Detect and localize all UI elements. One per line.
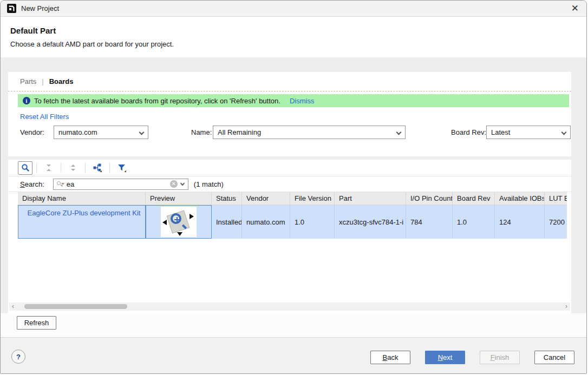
chevron-down-icon[interactable]	[180, 181, 185, 185]
name-select[interactable]: All Remaining	[213, 126, 406, 139]
search-icon	[21, 163, 30, 172]
finish-button: Finish	[480, 351, 520, 364]
name-value: All Remaining	[218, 128, 261, 136]
column-header-display-name[interactable]: Display Name	[18, 192, 146, 205]
column-header-board-rev[interactable]: Board Rev	[453, 192, 495, 205]
search-toggle-button[interactable]	[18, 161, 32, 175]
title-bar: New Project ✕	[1, 1, 586, 17]
search-icon	[57, 181, 64, 188]
dismiss-link[interactable]: Dismiss	[290, 97, 315, 105]
search-field[interactable]: ✕	[53, 179, 188, 190]
search-input[interactable]	[67, 180, 168, 188]
tab-separator: |	[42, 77, 43, 85]
content-area: Parts | Boards i To fetch the latest ava…	[1, 57, 586, 313]
chevron-down-icon	[396, 130, 402, 135]
table-empty-area	[18, 239, 567, 301]
tab-boards[interactable]: Boards	[49, 77, 74, 85]
column-header-available-iobs[interactable]: Available IOBs	[495, 192, 545, 205]
board-corner	[177, 232, 182, 236]
page-subtitle: Choose a default AMD part or board for y…	[10, 40, 577, 48]
filter-button[interactable]	[115, 162, 128, 174]
table-header-row: Display Name Preview Status Vendor File …	[18, 192, 567, 205]
filter-icon	[117, 163, 127, 173]
tab-parts[interactable]: Parts	[20, 77, 36, 85]
refresh-strip: Refresh	[1, 313, 586, 337]
toolbar-divider	[61, 163, 61, 173]
filter-row: Vendor: numato.com Name: All Remaining B…	[8, 126, 571, 139]
expand-all-icon	[69, 163, 77, 172]
name-label: Name:	[191, 126, 212, 139]
wizard-header: Default Part Choose a default AMD part o…	[1, 17, 586, 57]
footer-bar: ? Back Next Finish Cancel	[1, 337, 586, 373]
table-panel: Search: ✕ (1 match) Display Name Preview…	[8, 160, 571, 313]
scroll-right-icon[interactable]: ›	[563, 302, 570, 311]
chevron-down-icon	[561, 130, 567, 135]
filter-panel: Parts | Boards i To fetch the latest ava…	[8, 72, 571, 156]
board-preview-cell[interactable]	[146, 205, 212, 239]
board-rev: 1.0	[453, 205, 495, 239]
board-display-name[interactable]: EagleCore ZU-Plus development Kit	[18, 205, 146, 239]
horizontal-scrollbar[interactable]: ‹ ›	[9, 302, 570, 311]
expand-all-button[interactable]	[67, 162, 80, 174]
group-by-button[interactable]	[91, 162, 104, 174]
board-thumbnail[interactable]	[161, 207, 197, 237]
board-part: xczu3tcg-sfvc784-1-i	[335, 205, 406, 239]
zoom-plus-icon	[177, 217, 178, 222]
vendor-select[interactable]: numato.com	[54, 126, 148, 139]
info-banner: i To fetch the latest available boards f…	[18, 94, 569, 107]
wizard-buttons: Back Next Finish Cancel	[370, 351, 574, 364]
vendor-value: numato.com	[58, 128, 97, 136]
table-toolbar	[8, 160, 571, 176]
reset-all-filters-link[interactable]: Reset All Filters	[20, 113, 69, 121]
info-icon: i	[23, 97, 30, 104]
board-file-version: 1.0	[290, 205, 335, 239]
toolbar-divider	[85, 163, 86, 173]
search-row: Search: ✕ (1 match)	[8, 176, 571, 192]
tab-bar: Parts | Boards	[8, 72, 571, 91]
column-header-vendor[interactable]: Vendor	[242, 192, 290, 205]
collapse-all-icon	[44, 163, 53, 172]
banner-text: To fetch the latest available boards fro…	[34, 97, 280, 105]
match-count: (1 match)	[194, 180, 224, 188]
refresh-button[interactable]: Refresh	[17, 316, 56, 330]
page-title: Default Part	[10, 26, 577, 35]
vendor-label: Vendor:	[20, 126, 44, 139]
window-title: New Project	[21, 4, 59, 12]
amd-logo-icon	[7, 4, 16, 13]
board-lut-elements: 7200	[545, 205, 567, 239]
search-label: Search:	[20, 180, 44, 188]
toolbar-divider	[36, 163, 37, 173]
column-header-status[interactable]: Status	[212, 192, 242, 205]
board-available-iobs: 124	[495, 205, 545, 239]
board-io-pin-count: 784	[406, 205, 453, 239]
scroll-left-icon[interactable]: ‹	[9, 302, 17, 311]
column-header-file-version[interactable]: File Version	[290, 192, 335, 205]
close-icon[interactable]: ✕	[571, 4, 579, 13]
column-header-part[interactable]: Part	[335, 192, 406, 205]
back-button[interactable]: Back	[370, 351, 410, 364]
board-rev-label: Board Rev:	[451, 126, 486, 139]
collapse-all-button[interactable]	[42, 162, 55, 174]
board-rev-select[interactable]: Latest	[486, 126, 571, 139]
column-header-preview[interactable]: Preview	[146, 192, 212, 205]
board-corner	[162, 220, 167, 225]
table-row[interactable]: EagleCore ZU-Plus development Kit	[18, 205, 567, 239]
next-button[interactable]: Next	[425, 351, 465, 364]
board-vendor: numato.com	[242, 205, 290, 239]
board-status: Installed	[212, 205, 242, 239]
column-header-lut-elements[interactable]: LUT Elements	[545, 192, 567, 205]
toolbar-divider	[109, 163, 110, 173]
group-by-icon	[93, 163, 102, 173]
column-header-io-pin-count[interactable]: I/O Pin Count	[406, 192, 453, 205]
scrollbar-thumb[interactable]	[24, 304, 127, 309]
cancel-button[interactable]: Cancel	[534, 351, 574, 364]
clear-search-icon[interactable]: ✕	[170, 180, 178, 188]
chevron-down-icon	[139, 130, 145, 135]
board-corner	[190, 214, 194, 219]
new-project-dialog: New Project ✕ Default Part Choose a defa…	[0, 0, 587, 374]
boards-table: Display Name Preview Status Vendor File …	[18, 192, 567, 301]
help-button[interactable]: ?	[11, 350, 25, 364]
board-rev-value: Latest	[491, 128, 510, 136]
zoom-magnifier-icon	[171, 213, 181, 224]
